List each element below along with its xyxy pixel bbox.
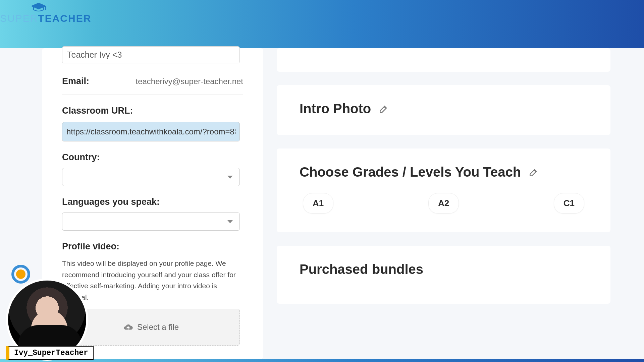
country-label: Country: [62,152,243,163]
languages-select[interactable] [62,213,240,231]
grades-title: Choose Grades / Levels You Teach [300,165,521,180]
intro-photo-title: Intro Photo [300,101,371,116]
right-column: Intro Photo Choose Grades / Levels You T… [277,48,644,359]
email-label: Email: [62,76,89,86]
brand-prefix: SUPER [0,13,38,24]
classroom-url-block: Classroom URL: [62,106,243,141]
streamer-name-tag: Ivy_SuperTeacher [6,346,94,360]
brand-logo: SUPERTEACHER [0,2,91,24]
classroom-url-input[interactable] [62,122,240,141]
edit-icon[interactable] [378,104,389,114]
select-file-label: Select a file [137,322,179,332]
languages-label: Languages you speak: [62,197,243,207]
profile-video-label: Profile video: [62,241,243,252]
graduation-cap-icon [30,2,47,12]
intro-photo-card: Intro Photo [277,85,610,135]
grade-chips: A1 A2 C1 [300,193,588,214]
bundles-card: Purchased bundles [277,246,610,304]
country-select[interactable] [62,168,240,186]
country-block: Country: [62,152,243,186]
grade-chip[interactable]: A1 [303,193,333,214]
email-value: teacherivy@super-teacher.net [136,77,243,86]
classroom-url-label: Classroom URL: [62,106,243,116]
languages-block: Languages you speak: [62,197,243,231]
main-content: Email: teacherivy@super-teacher.net Clas… [0,48,644,359]
grades-card: Choose Grades / Levels You Teach A1 A2 C… [277,148,610,232]
edit-icon[interactable] [528,167,539,178]
grade-chip[interactable]: C1 [554,193,584,214]
svg-marker-0 [31,3,46,9]
svg-point-3 [16,269,25,279]
select-file-button[interactable]: Select a file [62,309,240,346]
grade-chip[interactable]: A2 [428,193,459,214]
header-banner [0,0,644,48]
cloud-upload-icon [123,322,133,332]
bundles-title: Purchased bundles [300,262,423,277]
profile-video-block: Profile video: This video will be displa… [62,241,243,346]
profile-video-help: This video will be displayed on your pro… [62,258,243,303]
display-name-input[interactable] [62,46,240,63]
brand-suffix: TEACHER [38,13,91,24]
email-row: Email: teacherivy@super-teacher.net [62,76,243,95]
card-spacer [277,48,610,72]
